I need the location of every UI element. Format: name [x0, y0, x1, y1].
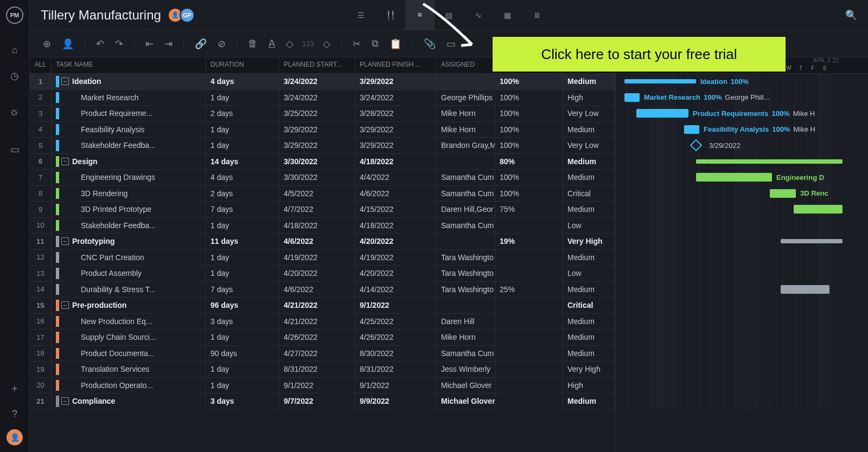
cell-planned-start[interactable]: 4/21/2022	[279, 314, 355, 330]
cell-duration[interactable]: 1 day	[206, 266, 279, 281]
cell-percent[interactable]: 75%	[495, 202, 563, 217]
table-row[interactable]: 93D Printed Prototype7 days4/7/20224/15/…	[30, 202, 615, 218]
cell-duration[interactable]: 3 days	[206, 314, 279, 330]
cell-priority[interactable]: Low	[563, 266, 615, 281]
gantt-row[interactable]: Product Requirements100%Mike H	[616, 106, 868, 122]
cell-priority[interactable]: Medium	[563, 330, 615, 345]
gantt-bar[interactable]	[770, 189, 796, 198]
gantt-bar[interactable]	[624, 79, 696, 83]
cell-planned-start[interactable]: 3/24/2022	[279, 90, 355, 106]
cell-planned-start[interactable]: 3/24/2022	[279, 74, 355, 89]
cell-task-name[interactable]: Supply Chain Sourci...	[52, 330, 206, 345]
gantt-bar[interactable]	[624, 93, 640, 102]
cell-task-name[interactable]: Translation Services	[52, 361, 206, 377]
cell-planned-finish[interactable]: 4/20/2022	[355, 266, 437, 281]
gantt-row[interactable]: Engineering D	[616, 170, 868, 186]
cell-task-name[interactable]: −Design	[52, 154, 206, 170]
cell-task-name[interactable]: Market Research	[52, 90, 206, 106]
cell-task-name[interactable]: Feasibility Analysis	[52, 122, 206, 138]
grid-body[interactable]: 1−Ideation4 days3/24/20223/29/2022100%Me…	[30, 74, 615, 452]
cell-planned-finish[interactable]: 9/1/2022	[355, 298, 437, 313]
search-icon[interactable]: 🔍	[845, 9, 857, 21]
copy-icon[interactable]: ⧉	[369, 36, 381, 51]
cell-priority[interactable]: Critical	[563, 298, 615, 313]
app-logo[interactable]: PM	[6, 7, 23, 24]
cell-assigned[interactable]	[437, 298, 495, 313]
cell-task-name[interactable]: −Ideation	[52, 74, 206, 89]
cell-assigned[interactable]	[437, 74, 495, 89]
cell-duration[interactable]: 1 day	[206, 218, 279, 234]
cell-planned-finish[interactable]: 3/24/2022	[355, 90, 437, 106]
cell-priority[interactable]: Medium	[563, 170, 615, 185]
undo-icon[interactable]: ↶	[94, 36, 106, 52]
gantt-bar[interactable]	[696, 159, 843, 164]
col-all[interactable]: ALL	[30, 57, 52, 73]
cell-assigned[interactable]: Tara Washingto	[437, 282, 495, 298]
fill-icon[interactable]: ◇	[284, 36, 296, 52]
table-row[interactable]: 15−Pre-production96 days4/21/20229/1/202…	[30, 298, 615, 314]
cell-duration[interactable]: 7 days	[206, 202, 279, 217]
cell-percent[interactable]: 100%	[495, 74, 563, 89]
milestone-marker[interactable]	[690, 139, 703, 152]
cell-planned-finish[interactable]: 3/29/2022	[355, 122, 437, 138]
table-row[interactable]: 10Stakeholder Feedba...1 day4/18/20224/1…	[30, 218, 615, 234]
cell-percent[interactable]	[495, 346, 563, 361]
cell-duration[interactable]: 1 day	[206, 330, 279, 345]
table-row[interactable]: 17Supply Chain Sourci...1 day4/26/20224/…	[30, 330, 615, 346]
cell-duration[interactable]: 1 day	[206, 361, 279, 377]
cell-priority[interactable]: Medium	[563, 282, 615, 298]
cell-priority[interactable]: Medium	[563, 314, 615, 330]
cell-duration[interactable]: 1 day	[206, 122, 279, 138]
cell-planned-start[interactable]: 3/29/2022	[279, 122, 355, 138]
cell-planned-finish[interactable]: 3/29/2022	[355, 138, 437, 153]
cell-percent[interactable]	[495, 393, 563, 409]
cell-planned-start[interactable]: 3/25/2022	[279, 106, 355, 121]
cell-planned-finish[interactable]: 4/4/2022	[355, 170, 437, 185]
cell-percent[interactable]	[495, 314, 563, 330]
link-icon[interactable]: 🔗	[193, 36, 209, 52]
cell-percent[interactable]: 19%	[495, 234, 563, 249]
cell-percent[interactable]: 100%	[495, 170, 563, 185]
cell-planned-finish[interactable]: 9/1/2022	[355, 378, 437, 393]
cell-assigned[interactable]: Tara Washingto	[437, 266, 495, 281]
cell-priority[interactable]: Medium	[563, 393, 615, 409]
cell-priority[interactable]: Very High	[563, 234, 615, 249]
cell-task-name[interactable]: Production Operato...	[52, 378, 206, 393]
gantt-row[interactable]	[616, 346, 868, 362]
cut-icon[interactable]: ✂	[350, 36, 363, 52]
cell-assigned[interactable]: Michael Glover	[437, 393, 495, 409]
gantt-row[interactable]	[616, 250, 868, 266]
cell-task-name[interactable]: −Prototyping	[52, 234, 206, 249]
cell-duration[interactable]: 1 day	[206, 138, 279, 153]
people-icon[interactable]: ⛭	[4, 102, 25, 124]
cell-planned-finish[interactable]: 4/18/2022	[355, 154, 437, 170]
collapse-icon[interactable]: −	[61, 397, 69, 405]
cell-planned-start[interactable]: 4/6/2022	[279, 234, 355, 249]
cell-duration[interactable]: 96 days	[206, 298, 279, 313]
cell-assigned[interactable]	[437, 234, 495, 249]
cell-priority[interactable]: Medium	[563, 202, 615, 217]
cell-assigned[interactable]: Samantha Cum	[437, 218, 495, 234]
cell-assigned[interactable]: Mike Horn	[437, 106, 495, 121]
cell-assigned[interactable]: Samantha Cum	[437, 186, 495, 202]
gantt-row[interactable]	[616, 378, 868, 394]
cell-assigned[interactable]: George Phillips	[437, 90, 495, 106]
cell-priority[interactable]: Medium	[563, 154, 615, 170]
cell-assigned[interactable]: Samantha Cum	[437, 346, 495, 361]
cell-planned-finish[interactable]: 3/29/2022	[355, 74, 437, 89]
cell-percent[interactable]	[495, 250, 563, 266]
cell-duration[interactable]: 1 day	[206, 250, 279, 266]
cell-priority[interactable]: Medium	[563, 346, 615, 361]
cell-assigned[interactable]: Mike Horn	[437, 330, 495, 345]
project-members[interactable]: 👤 GP	[171, 8, 195, 23]
cell-percent[interactable]	[495, 266, 563, 281]
cta-banner[interactable]: Click here to start your free trial	[493, 37, 786, 72]
cell-duration[interactable]: 14 days	[206, 154, 279, 170]
table-row[interactable]: 19Translation Services1 day8/31/20228/31…	[30, 361, 615, 378]
cell-duration[interactable]: 2 days	[206, 186, 279, 202]
cell-assigned[interactable]: Samantha Cum	[437, 170, 495, 185]
cell-percent[interactable]	[495, 298, 563, 313]
cell-duration[interactable]: 90 days	[206, 346, 279, 361]
cell-duration[interactable]: 7 days	[206, 282, 279, 298]
cell-percent[interactable]	[495, 330, 563, 345]
